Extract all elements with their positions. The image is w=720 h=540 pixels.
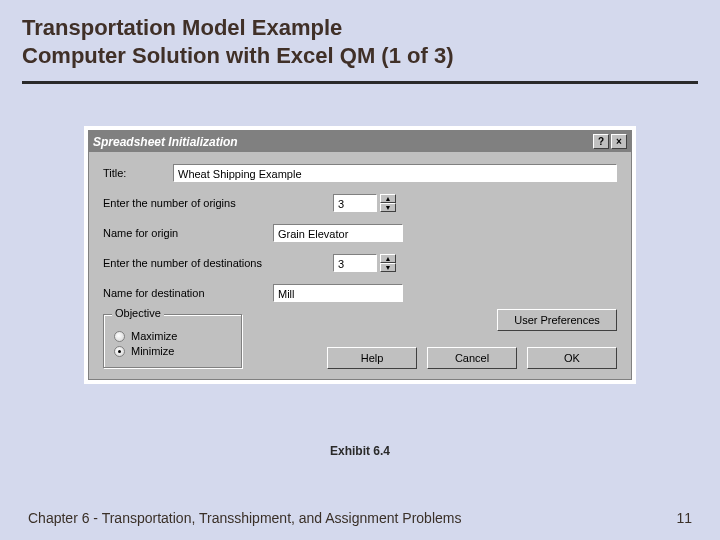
user-preferences-button[interactable]: User Preferences — [497, 309, 617, 331]
radio-minimize[interactable]: Minimize — [114, 345, 232, 357]
origins-input[interactable]: 3 — [333, 194, 377, 212]
label-destinations: Enter the number of destinations — [103, 257, 303, 269]
chevron-up-icon[interactable]: ▲ — [380, 254, 396, 263]
label-title: Title: — [103, 167, 173, 179]
ok-button[interactable]: OK — [527, 347, 617, 369]
objective-label: Objective — [112, 307, 164, 319]
page-number: 11 — [676, 510, 692, 526]
origins-spinner[interactable]: ▲ ▼ — [380, 194, 396, 212]
slide-footer: Chapter 6 - Transportation, Transshipmen… — [28, 510, 461, 526]
objective-group: Objective Maximize Minimize — [103, 314, 243, 369]
destinations-input[interactable]: 3 — [333, 254, 377, 272]
radio-maximize[interactable]: Maximize — [114, 330, 232, 342]
help-icon[interactable]: ? — [593, 134, 609, 149]
chevron-down-icon[interactable]: ▼ — [380, 263, 396, 272]
slide-title-line2: Computer Solution with Excel QM (1 of 3) — [22, 42, 698, 70]
help-button[interactable]: Help — [327, 347, 417, 369]
maximize-label: Maximize — [131, 330, 177, 342]
origin-name-input[interactable]: Grain Elevator — [273, 224, 403, 242]
dialog-window: Spreadsheet Initialization ? × Title: Wh… — [88, 130, 632, 380]
label-origins: Enter the number of origins — [103, 197, 273, 209]
radio-icon — [114, 346, 125, 357]
titlebar: Spreadsheet Initialization ? × — [89, 131, 631, 152]
dialog-screenshot: Spreadsheet Initialization ? × Title: Wh… — [84, 126, 636, 384]
titlebar-text: Spreadsheet Initialization — [93, 135, 591, 149]
title-rule — [22, 81, 698, 84]
label-origin-name: Name for origin — [103, 227, 273, 239]
label-dest-name: Name for destination — [103, 287, 273, 299]
title-input[interactable]: Wheat Shipping Example — [173, 164, 617, 182]
chevron-down-icon[interactable]: ▼ — [380, 203, 396, 212]
close-icon[interactable]: × — [611, 134, 627, 149]
slide-title-line1: Transportation Model Example — [22, 14, 698, 42]
minimize-label: Minimize — [131, 345, 174, 357]
radio-icon — [114, 331, 125, 342]
exhibit-caption: Exhibit 6.4 — [0, 444, 720, 458]
destinations-spinner[interactable]: ▲ ▼ — [380, 254, 396, 272]
chevron-up-icon[interactable]: ▲ — [380, 194, 396, 203]
cancel-button[interactable]: Cancel — [427, 347, 517, 369]
dest-name-input[interactable]: Mill — [273, 284, 403, 302]
